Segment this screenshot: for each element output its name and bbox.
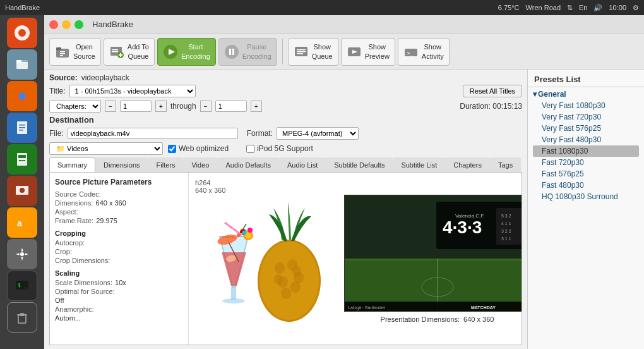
ipod-5g-checkbox[interactable] xyxy=(246,145,254,153)
chapters-from-decrement[interactable]: − xyxy=(105,101,116,112)
autocrop-label: Autocrop: xyxy=(55,239,85,247)
svg-point-57 xyxy=(292,266,301,276)
reset-all-titles-button[interactable]: Reset All Titles xyxy=(463,85,522,97)
tab-video[interactable]: Video xyxy=(183,157,217,172)
taskbar-keyboard: En xyxy=(579,4,587,11)
sidebar-icon-system-settings[interactable] xyxy=(7,239,37,269)
chapters-to-decrement[interactable]: − xyxy=(200,101,212,112)
toolbar-separator xyxy=(282,39,283,64)
optimal-val: Off xyxy=(55,297,64,304)
anamorphic-row: Anamorphic: xyxy=(55,305,183,313)
tab-subtitle-list[interactable]: Subtitle List xyxy=(393,157,445,172)
preview-video: Valencia C.F. 4·3·3 5 3 2 4 1 1 3 2 2 3 … xyxy=(344,195,522,312)
show-activity-button[interactable]: >_ Show Activity xyxy=(398,38,450,66)
file-input[interactable] xyxy=(68,128,238,139)
svg-rect-26 xyxy=(56,47,61,50)
video-preview-svg: Valencia C.F. 4·3·3 5 3 2 4 1 1 3 2 2 3 … xyxy=(345,195,522,312)
sidebar-icon-impress[interactable] xyxy=(7,176,37,206)
show-queue-icon xyxy=(294,44,309,59)
folder-select[interactable]: 📁 Videos xyxy=(49,142,163,155)
preset-fast-480p30[interactable]: Fast 480p30 xyxy=(533,180,639,191)
sidebar-icon-writer[interactable] xyxy=(7,113,37,143)
svg-rect-13 xyxy=(19,160,21,161)
duration-label: Duration: 00:15:13 xyxy=(460,102,522,111)
tabs-row: Summary Dimensions Filters Video Audio D… xyxy=(49,157,522,173)
codec-info: h264 640 x 360 xyxy=(195,179,225,194)
sidebar-icon-trash[interactable] xyxy=(7,302,37,333)
title-row: Title: 1 - 00h15m13s - videoplayback Res… xyxy=(49,85,522,97)
preset-very-fast-720p30[interactable]: Very Fast 720p30 xyxy=(533,111,639,123)
sidebar: a $ _ xyxy=(0,15,44,349)
preset-very-fast-480p30[interactable]: Very Fast 480p30 xyxy=(533,134,639,145)
taskbar-settings-icon[interactable]: ⚙ xyxy=(633,4,639,12)
tab-filters[interactable]: Filters xyxy=(148,157,184,172)
preset-fast-1080p30[interactable]: Fast 1080p30 xyxy=(533,145,639,157)
chapters-row: Chapters: − + through − + Duration: 00:1… xyxy=(49,100,522,113)
web-optimized-checkbox[interactable] xyxy=(168,145,176,153)
svg-rect-31 xyxy=(112,49,118,51)
tab-chapters[interactable]: Chapters xyxy=(445,157,490,172)
chapters-to-input[interactable] xyxy=(215,101,247,112)
preset-very-fast-1080p30[interactable]: Very Fast 1080p30 xyxy=(533,100,639,111)
scale-dims-label: Scale Dimensions: xyxy=(55,279,112,286)
show-queue-button[interactable]: Show Queue xyxy=(288,38,338,66)
start-encoding-button[interactable]: Start Encoding xyxy=(157,38,216,66)
preset-fast-576p25[interactable]: Fast 576p25 xyxy=(533,168,639,180)
taskbar-temp: 6.75°C xyxy=(498,4,520,11)
through-label: through xyxy=(170,102,196,111)
start-encoding-icon xyxy=(163,44,178,59)
pause-encoding-button[interactable]: Pause Encoding xyxy=(218,38,277,66)
chapters-select[interactable]: Chapters: xyxy=(49,100,101,113)
drink-illustration xyxy=(189,180,340,338)
svg-rect-14 xyxy=(21,160,23,161)
svg-text:4  1  1: 4 1 1 xyxy=(501,221,511,226)
cropping-title: Cropping xyxy=(55,230,183,237)
svg-rect-15 xyxy=(23,160,25,161)
tab-subtitle-defaults[interactable]: Subtitle Defaults xyxy=(326,157,393,172)
source-value: videoplayback xyxy=(81,73,129,82)
show-preview-button[interactable]: Show Preview xyxy=(341,38,395,66)
sidebar-icon-files[interactable] xyxy=(7,49,37,80)
window-title: HandBrake xyxy=(92,20,133,29)
svg-point-6 xyxy=(18,92,26,100)
svg-line-70 xyxy=(243,224,246,229)
svg-text:>_: >_ xyxy=(407,50,414,56)
sidebar-icon-firefox[interactable] xyxy=(7,81,37,111)
preset-very-fast-576p25[interactable]: Very Fast 576p25 xyxy=(533,123,639,134)
optimal-row: Optimal for Source: xyxy=(55,288,183,295)
chapters-to-increment[interactable]: + xyxy=(251,101,262,112)
tab-tags[interactable]: Tags xyxy=(490,157,521,172)
tab-audio-defaults[interactable]: Audio Defaults xyxy=(217,157,279,172)
window-maximize-button[interactable] xyxy=(75,20,83,29)
sidebar-icon-calc[interactable] xyxy=(7,144,37,174)
add-to-queue-button[interactable]: Add To Queue xyxy=(104,38,155,66)
add-to-queue-icon xyxy=(109,44,124,59)
tab-summary[interactable]: Summary xyxy=(49,157,95,172)
tab-audio-list[interactable]: Audio List xyxy=(279,157,326,172)
open-source-button[interactable]: Open Source xyxy=(49,38,101,66)
aspect-row: Aspect: xyxy=(55,208,183,216)
title-bar: HandBrake xyxy=(44,15,644,34)
title-select[interactable]: 1 - 00h15m13s - videoplayback xyxy=(69,85,196,97)
tab-dimensions[interactable]: Dimensions xyxy=(95,157,148,172)
file-label: File: xyxy=(49,129,64,138)
window-close-button[interactable] xyxy=(49,20,58,29)
chapters-from-increment[interactable]: + xyxy=(155,101,167,112)
web-optimized-option[interactable]: Web optimized xyxy=(168,144,229,153)
window-minimize-button[interactable] xyxy=(62,20,71,29)
format-select[interactable]: MPEG-4 (avformat) xyxy=(277,127,359,140)
main-window: HandBrake Open Source Add To Queue xyxy=(44,15,644,349)
svg-rect-9 xyxy=(19,127,25,128)
svg-text:MATCHDAY: MATCHDAY xyxy=(471,305,496,310)
preset-hq-1080p30-surround[interactable]: HQ 1080p30 Surround xyxy=(533,191,639,202)
taskbar-location: Wren Road xyxy=(526,4,561,11)
ipod-5g-option[interactable]: iPod 5G Support xyxy=(246,144,313,153)
sidebar-icon-terminal[interactable]: $ _ xyxy=(7,271,37,301)
svg-text:LaLiga · Santander: LaLiga · Santander xyxy=(348,305,386,310)
sidebar-icon-ubuntu[interactable] xyxy=(7,18,37,48)
preset-fast-720p30[interactable]: Fast 720p30 xyxy=(533,157,639,168)
folder-row: 📁 Videos Web optimized iPod 5G Support xyxy=(49,142,522,155)
chapters-from-input[interactable] xyxy=(120,101,152,112)
svg-text:3  2  2: 3 2 2 xyxy=(501,229,511,233)
sidebar-icon-amazon[interactable]: a xyxy=(7,207,37,238)
